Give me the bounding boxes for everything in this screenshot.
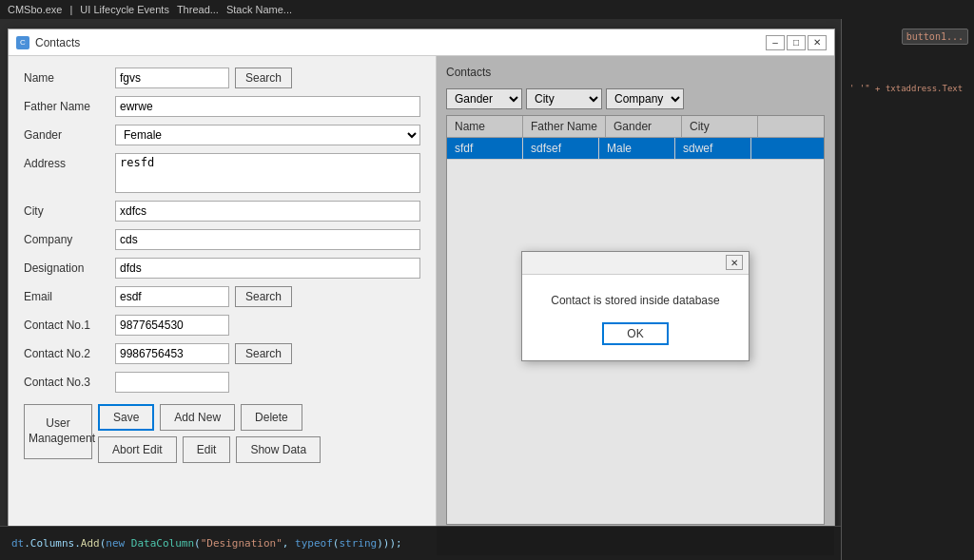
- modal-close-button[interactable]: ✕: [726, 255, 743, 270]
- email-input[interactable]: [115, 286, 229, 307]
- company-input[interactable]: [115, 229, 420, 250]
- gander-select[interactable]: Female Male Other: [115, 125, 420, 145]
- address-row: Address: [24, 153, 420, 193]
- contact1-input[interactable]: [115, 315, 229, 336]
- add-new-button[interactable]: Add New: [160, 404, 235, 431]
- top-bar-tab1: UI Lifecycle Events: [80, 4, 169, 15]
- window-icon: C: [16, 36, 29, 49]
- contact2-row: Contact No.2 Search: [24, 343, 420, 364]
- father-name-input[interactable]: [115, 96, 420, 117]
- close-button[interactable]: ✕: [808, 35, 827, 50]
- top-bar-title: CMSbo.exe: [8, 4, 62, 15]
- edit-button[interactable]: Edit: [183, 436, 231, 463]
- code-line: dt.Columns.Add(new DataColumn("Designati…: [11, 537, 402, 550]
- designation-label: Designation: [24, 261, 109, 275]
- contacts-panel: Contacts Gander City Company: [437, 56, 834, 555]
- abort-edit-button[interactable]: Abort Edit: [98, 436, 177, 463]
- contact2-input[interactable]: [115, 343, 229, 364]
- contact1-row: Contact No.1: [24, 315, 420, 336]
- name-search-button[interactable]: Search: [235, 68, 292, 88]
- name-label: Name: [24, 71, 109, 85]
- modal-body: Contact is stored inside database OK: [522, 275, 749, 360]
- contact-search-button[interactable]: Search: [235, 343, 292, 364]
- dialog-titlebar: C Contacts – □ ✕: [9, 29, 834, 56]
- gander-row: Gander Female Male Other: [24, 125, 420, 145]
- top-bar-tab2: Thread...: [177, 4, 219, 15]
- designation-row: Designation: [24, 258, 420, 279]
- email-search-button[interactable]: Search: [235, 286, 292, 307]
- father-name-label: Father Name: [24, 100, 109, 113]
- contact2-label: Contact No.2: [24, 347, 109, 360]
- modal-message: Contact is stored inside database: [537, 294, 733, 307]
- maximize-button[interactable]: □: [787, 35, 806, 50]
- action-buttons-area: UserManagement Save Add New Delete Abort…: [24, 404, 420, 463]
- user-management-button[interactable]: UserManagement: [24, 404, 92, 459]
- button1-code-label: button1...: [902, 29, 968, 45]
- contact1-label: Contact No.1: [24, 319, 109, 332]
- city-input[interactable]: [115, 201, 420, 222]
- name-row: Name Search: [24, 68, 420, 88]
- address-label: Address: [24, 153, 109, 170]
- modal-ok-button[interactable]: OK: [602, 322, 669, 345]
- contact3-row: Contact No.3: [24, 372, 420, 393]
- modal-titlebar: ✕: [522, 252, 749, 275]
- father-name-row: Father Name: [24, 96, 420, 117]
- top-bar-tab3: Stack Name...: [226, 4, 292, 15]
- modal-overlay: ✕ Contact is stored inside database OK: [437, 56, 834, 555]
- gander-label: Gander: [24, 128, 109, 142]
- company-row: Company: [24, 229, 420, 250]
- email-label: Email: [24, 290, 109, 303]
- code-snippet: ' '" + txtaddress.Text: [849, 84, 963, 93]
- contact3-label: Contact No.3: [24, 376, 109, 389]
- save-button[interactable]: Save: [98, 404, 154, 431]
- email-row: Email Search: [24, 286, 420, 307]
- modal-dialog: ✕ Contact is stored inside database OK: [521, 251, 750, 361]
- top-bar-sep: |: [69, 4, 72, 15]
- code-editor-panel: button1... ' '" + txtaddress.Text: [841, 19, 974, 560]
- show-data-button[interactable]: Show Data: [236, 436, 321, 463]
- dialog-title: Contacts: [35, 36, 760, 49]
- minimize-button[interactable]: –: [766, 35, 785, 50]
- address-input[interactable]: [115, 153, 420, 193]
- designation-input[interactable]: [115, 258, 420, 279]
- dialog-content: Name Search Father Name Gander Female Ma…: [9, 56, 834, 555]
- contacts-dialog: C Contacts – □ ✕ Name Search F: [8, 29, 835, 556]
- delete-button[interactable]: Delete: [241, 404, 302, 431]
- city-label: City: [24, 204, 109, 218]
- form-panel: Name Search Father Name Gander Female Ma…: [9, 56, 437, 555]
- name-input[interactable]: [115, 68, 229, 88]
- top-bar: CMSbo.exe | UI Lifecycle Events Thread..…: [0, 0, 974, 19]
- action-buttons-group: Save Add New Delete Abort Edit Edit Show…: [98, 404, 321, 463]
- window-controls: – □ ✕: [766, 35, 827, 50]
- company-label: Company: [24, 233, 109, 246]
- contact3-input[interactable]: [115, 372, 229, 393]
- main-area: button1... ' '" + txtaddress.Text C Cont…: [0, 19, 974, 560]
- city-row: City: [24, 201, 420, 222]
